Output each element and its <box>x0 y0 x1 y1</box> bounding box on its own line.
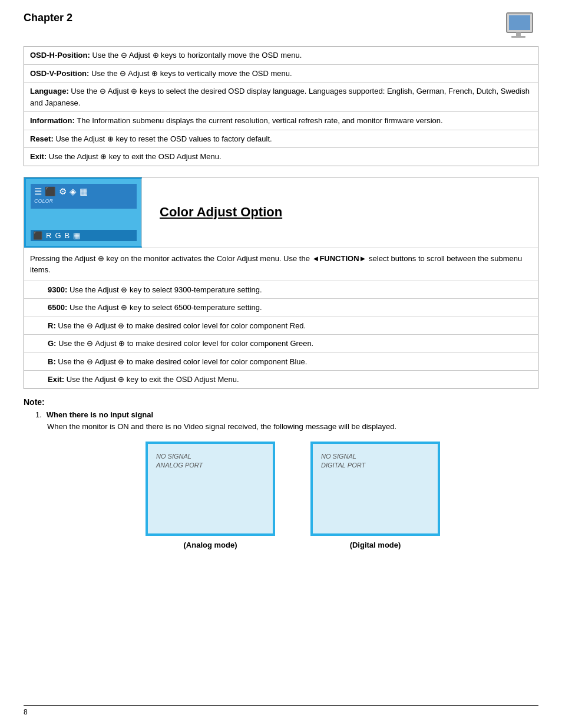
monitor-icon <box>505 12 538 41</box>
osd-icon-2: ⬛ <box>45 186 56 197</box>
page-number: 8 <box>24 708 28 716</box>
osd-rgb-icon: ⬛ <box>33 231 42 240</box>
osd-exit-label: Exit: <box>30 152 47 161</box>
color-adjust-description: Pressing the Adjust ⊕ key on the monitor… <box>24 248 538 281</box>
osd-icons-row: ☰ ⬛ ⚙ ◈ ▦ <box>34 186 133 197</box>
color-item-b: B: Use the ⊖ Adjust ⊕ to make desired co… <box>24 353 538 371</box>
color-item-r: R: Use the ⊖ Adjust ⊕ to make desired co… <box>24 317 538 335</box>
osd-preview-inner: ☰ ⬛ ⚙ ◈ ▦ COLOR <box>31 184 137 209</box>
note-number: 1. <box>35 410 42 421</box>
osd-language-text: Use the ⊖ Adjust ⊕ keys to select the de… <box>30 87 530 107</box>
digital-display-text: NO SIGNAL DIGITAL PORT <box>321 452 365 470</box>
osd-language-label: Language: <box>30 87 69 95</box>
digital-caption: (Digital mode) <box>350 541 401 549</box>
function-text: ◄FUNCTION► <box>312 254 367 263</box>
osd-preview: ☰ ⬛ ⚙ ◈ ▦ COLOR ⬛ R G B ▦ <box>24 177 142 248</box>
color-exit-label: Exit: <box>48 375 64 384</box>
color-adjust-items: 9300: Use the Adjust ⊕ key to select 930… <box>24 281 538 388</box>
digital-no-signal: NO SIGNAL <box>321 452 365 461</box>
osd-icon-3: ⚙ <box>59 186 67 197</box>
osd-h-position-text: Use the ⊖ Adjust ⊕ keys to horizontally … <box>92 51 302 60</box>
color-item-g: G: Use the ⊖ Adjust ⊕ to make desired co… <box>24 335 538 353</box>
color-adjust-header: ☰ ⬛ ⚙ ◈ ▦ COLOR ⬛ R G B ▦ Color Adjust O… <box>24 177 538 248</box>
osd-reset-label: Reset: <box>30 134 54 143</box>
svg-rect-2 <box>516 32 521 36</box>
note-item-1: 1. When there is no input signal When th… <box>35 410 538 433</box>
color-9300-label: 9300: <box>48 285 67 294</box>
osd-information-text: The Information submenu displays the cur… <box>77 116 442 125</box>
osd-bottom-rgb: ⬛ R G B ▦ <box>31 230 137 241</box>
color-b-label: B: <box>48 357 56 366</box>
note-section: Note: 1. When there is no input signal W… <box>24 397 538 550</box>
page-footer: 8 <box>24 705 538 716</box>
analog-display-wrapper: NO SIGNAL ANALOG PORT (Analog mode) <box>146 442 275 549</box>
chapter-title: Chapter 2 <box>24 12 72 24</box>
color-6500-text: Use the Adjust ⊕ key to select 6500-temp… <box>70 303 262 312</box>
osd-reset-text: Use the Adjust ⊕ key to reset the OSD va… <box>55 134 272 143</box>
osd-row-reset: Reset: Use the Adjust ⊕ key to reset the… <box>24 130 538 149</box>
analog-display: NO SIGNAL ANALOG PORT <box>146 442 275 536</box>
svg-rect-3 <box>511 36 525 38</box>
osd-row-exit: Exit: Use the Adjust ⊕ key to exit the O… <box>24 148 538 166</box>
osd-h-position-label: OSD-H-Position: <box>30 51 90 60</box>
page-header: Chapter 2 <box>24 12 538 41</box>
color-item-exit: Exit: Use the Adjust ⊕ key to exit the O… <box>24 371 538 388</box>
color-item-6500: 6500: Use the Adjust ⊕ key to select 650… <box>24 299 538 317</box>
digital-port: DIGITAL PORT <box>321 461 365 470</box>
color-r-text: Use the ⊖ Adjust ⊕ to make desired color… <box>58 321 306 330</box>
color-adjust-title-area: Color Adjust Option <box>142 177 538 248</box>
analog-no-signal: NO SIGNAL <box>156 452 203 461</box>
color-adjust-desc-text: Pressing the Adjust ⊕ key on the monitor… <box>30 254 312 263</box>
color-g-label: G: <box>48 339 56 348</box>
osd-table: OSD-H-Position: Use the ⊖ Adjust ⊕ keys … <box>24 46 538 166</box>
osd-b-label: B <box>65 231 70 240</box>
note-title: Note: <box>24 397 538 407</box>
osd-r-label: R <box>46 231 51 240</box>
osd-icon-5: ▦ <box>80 186 88 197</box>
color-adjust-title: Color Adjust Option <box>160 205 282 220</box>
osd-color-label: COLOR <box>34 198 133 204</box>
color-6500-label: 6500: <box>48 303 67 312</box>
monitor-displays: NO SIGNAL ANALOG PORT (Analog mode) NO S… <box>47 442 538 549</box>
osd-exit-text: Use the Adjust ⊕ key to exit the OSD Adj… <box>49 152 222 161</box>
note-subtitle: When there is no input signal <box>47 410 153 419</box>
osd-information-label: Information: <box>30 116 75 125</box>
osd-g-label: G <box>55 231 61 240</box>
osd-rgb-icon2: ▦ <box>73 231 80 240</box>
color-g-text: Use the ⊖ Adjust ⊕ to make desired color… <box>58 339 313 348</box>
digital-display: NO SIGNAL DIGITAL PORT <box>310 442 440 536</box>
osd-icon-1: ☰ <box>34 186 42 197</box>
note-item-text: When the monitor is ON and there is no V… <box>47 421 538 433</box>
svg-rect-1 <box>509 15 530 30</box>
osd-v-position-text: Use the ⊖ Adjust ⊕ keys to vertically mo… <box>91 69 292 78</box>
osd-icon-4: ◈ <box>70 186 77 197</box>
color-item-9300: 9300: Use the Adjust ⊕ key to select 930… <box>24 281 538 299</box>
osd-v-position-label: OSD-V-Position: <box>30 69 89 78</box>
analog-caption: (Analog mode) <box>184 541 237 549</box>
color-9300-text: Use the Adjust ⊕ key to select 9300-temp… <box>70 285 262 294</box>
color-r-label: R: <box>48 321 56 330</box>
osd-row-h-position: OSD-H-Position: Use the ⊖ Adjust ⊕ keys … <box>24 47 538 65</box>
color-b-text: Use the ⊖ Adjust ⊕ to make desired color… <box>58 357 307 366</box>
note-item-header: 1. When there is no input signal <box>35 410 538 421</box>
osd-row-language: Language: Use the ⊖ Adjust ⊕ keys to sel… <box>24 83 538 112</box>
osd-row-information: Information: The Information submenu dis… <box>24 112 538 130</box>
color-adjust-section: ☰ ⬛ ⚙ ◈ ▦ COLOR ⬛ R G B ▦ Color Adjust O… <box>24 177 538 389</box>
analog-port: ANALOG PORT <box>156 461 203 470</box>
analog-display-text: NO SIGNAL ANALOG PORT <box>156 452 203 470</box>
color-exit-text: Use the Adjust ⊕ key to exit the OSD Adj… <box>67 375 239 384</box>
osd-row-v-position: OSD-V-Position: Use the ⊖ Adjust ⊕ keys … <box>24 65 538 83</box>
digital-display-wrapper: NO SIGNAL DIGITAL PORT (Digital mode) <box>310 442 440 549</box>
